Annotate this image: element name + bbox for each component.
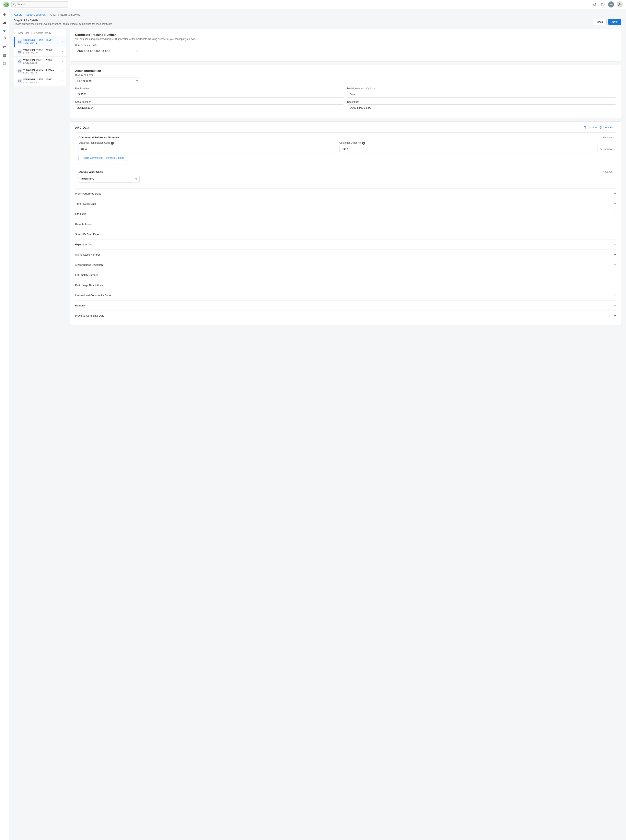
trash-icon: [599, 126, 602, 129]
breadcrumb-assets[interactable]: Assets: [14, 13, 22, 16]
expand-icon: +: [614, 314, 616, 318]
clear-form-button[interactable]: Clear Form: [599, 126, 616, 129]
app-logo: [3, 2, 9, 7]
tracking-number-field: ✕: [75, 48, 140, 54]
display-form-group: Display on Form Part Number: [75, 74, 616, 84]
serial-number-label: Serial Number: [75, 100, 344, 103]
display-form-select[interactable]: Part Number: [75, 78, 140, 84]
work-performed-section[interactable]: Work Performed Data +: [75, 188, 616, 199]
asset-list-panel: Asset List 5 / 5 Assets Ready VANE HPT, …: [14, 29, 67, 86]
chart-icon: [3, 21, 6, 24]
sidebar-box-button[interactable]: [1, 52, 8, 59]
customer-id-input[interactable]: [78, 146, 337, 152]
svg-rect-13: [3, 55, 6, 56]
model-number-col: Model Number - Optional: [347, 87, 616, 100]
remote-issuer-section[interactable]: Remote Issuer +: [75, 219, 616, 229]
remove-comm-ref-button[interactable]: ✕ Remove: [600, 147, 613, 152]
transfer-icon: [3, 45, 6, 49]
asset-info: VANE HPT, 2 STG 2A9721 312351234123: [23, 49, 59, 54]
sidebar-settings-button[interactable]: [1, 60, 8, 67]
breadcrumb-current: ARC - Return to Service: [50, 13, 80, 16]
sidebar-chart-button[interactable]: [1, 20, 8, 26]
back-button[interactable]: Back: [593, 19, 607, 25]
part-usage-label: Part Usage Restrictions: [75, 284, 103, 287]
sidebar-flight-button[interactable]: [1, 28, 8, 34]
notifications-button[interactable]: [592, 2, 598, 7]
help-button[interactable]: [600, 2, 606, 7]
asset-name: VANE HPT, 2 STG 2A9721: [23, 78, 59, 81]
tracking-clear-button[interactable]: ✕: [136, 50, 139, 53]
breadcrumb-issue-document[interactable]: Issue Document: [26, 13, 46, 16]
expand-icon: +: [614, 283, 616, 287]
arc-data-card: ARC Data Copy to: [70, 122, 621, 325]
model-number-input[interactable]: [347, 91, 616, 98]
life-limit-section[interactable]: Life Limit +: [75, 209, 616, 219]
search-input[interactable]: [17, 3, 67, 6]
serial-number-input[interactable]: [75, 105, 344, 111]
expiration-date-section[interactable]: Expiration Date +: [75, 239, 616, 249]
more-commercial-options-button[interactable]: + More Commercial Reference Options: [78, 155, 127, 161]
svg-rect-26: [19, 70, 20, 72]
nav-icons: BA: [592, 2, 623, 8]
previous-cert-label: Previous Certificate Data: [75, 314, 105, 317]
expand-icon: +: [614, 242, 616, 247]
comm-ref-header: Commercial Reference Numbers Required: [78, 136, 613, 139]
asset-serial: 23512351234: [23, 62, 59, 64]
expand-icon: +: [614, 273, 616, 277]
asset-info: VANE HPT, 2 STG 2A9721 23512351234: [23, 59, 59, 64]
certificate-tracking-card: Certificate Tracking Number You can use …: [70, 29, 621, 61]
lot-batch-section[interactable]: Lot / Batch Number +: [75, 270, 616, 280]
airworthiness-section[interactable]: Airworthiness Deviation +: [75, 260, 616, 270]
svg-point-4: [603, 5, 603, 6]
remarks-section[interactable]: Remarks +: [75, 300, 616, 311]
sidebar-transfer-button[interactable]: [1, 44, 8, 50]
previous-cert-section[interactable]: Previous Certificate Data +: [75, 311, 616, 321]
asset-list-subtitle: 5 / 5 Assets Ready: [31, 31, 51, 34]
copy-icon: [584, 126, 587, 129]
international-commodity-section[interactable]: International Commodity Code +: [75, 290, 616, 300]
airline-stock-section[interactable]: Airline Stock Number +: [75, 249, 616, 260]
shelf-life-section[interactable]: Shelf Life Start Date +: [75, 229, 616, 239]
avatar-initials: BA: [608, 2, 614, 8]
sidebar-tool-button[interactable]: [1, 36, 8, 42]
time-cycle-label: Time / Cycle Data: [75, 202, 96, 205]
user-avatar-button[interactable]: [617, 2, 623, 8]
time-cycle-section[interactable]: Time / Cycle Data +: [75, 199, 616, 209]
asset-icon: [17, 69, 22, 73]
next-button[interactable]: Next: [608, 19, 621, 25]
part-usage-section[interactable]: Part Usage Restrictions +: [75, 280, 616, 290]
expand-icon: +: [614, 252, 616, 257]
description-input[interactable]: [347, 105, 616, 111]
tracking-number-input[interactable]: [75, 48, 140, 54]
customer-order-input[interactable]: [340, 146, 598, 152]
bell-icon: [593, 3, 596, 6]
breadcrumb-sep-2: ›: [48, 13, 49, 16]
asset-item[interactable]: VANE HPT, 2 STG 2A9721 23512351324 ✓: [14, 37, 67, 47]
header-buttons: Back Next: [593, 19, 621, 25]
asset-item[interactable]: VANE HPT, 2 STG 2A9721 23512351234 ✓: [14, 56, 67, 66]
user-icon: [618, 3, 621, 6]
box-icon: [3, 54, 6, 57]
part-number-input[interactable]: [75, 91, 344, 98]
asset-item[interactable]: VANE HPT, 2 STG 2A9721 51342351234 ✓: [14, 66, 67, 76]
copy-to-button[interactable]: Copy to: [584, 126, 597, 129]
asset-serial: 513423512450: [23, 81, 59, 84]
comm-ref-title: Commercial Reference Numbers: [78, 136, 119, 139]
left-sidebar: [0, 9, 9, 840]
status-work-code-section: Status / Work Code Required MODIFIED: [75, 167, 616, 186]
expand-icon: +: [614, 303, 616, 308]
search-bar[interactable]: [11, 2, 68, 8]
international-commodity-label: International Commodity Code: [75, 294, 111, 297]
status-header: Status / Work Code Required: [78, 171, 613, 174]
part-number-col: Part Number: [75, 87, 344, 100]
asset-information-card: Asset Information Display on Form Part N…: [70, 65, 621, 118]
customer-id-label: Customer Identification Code i: [78, 141, 337, 145]
expand-icon: +: [614, 191, 616, 196]
asset-item[interactable]: VANE HPT, 2 STG 2A9721 513423512450 ✓: [14, 76, 67, 86]
asset-name: VANE HPT, 2 STG 2A9721: [23, 59, 59, 61]
two-col-layout: Asset List 5 / 5 Assets Ready VANE HPT, …: [14, 29, 621, 325]
tool-icon: [3, 38, 6, 41]
sidebar-add-button[interactable]: [1, 11, 8, 18]
status-work-code-select[interactable]: MODIFIED: [78, 176, 139, 183]
asset-item[interactable]: VANE HPT, 2 STG 2A9721 312351234123 ✓: [14, 47, 67, 56]
